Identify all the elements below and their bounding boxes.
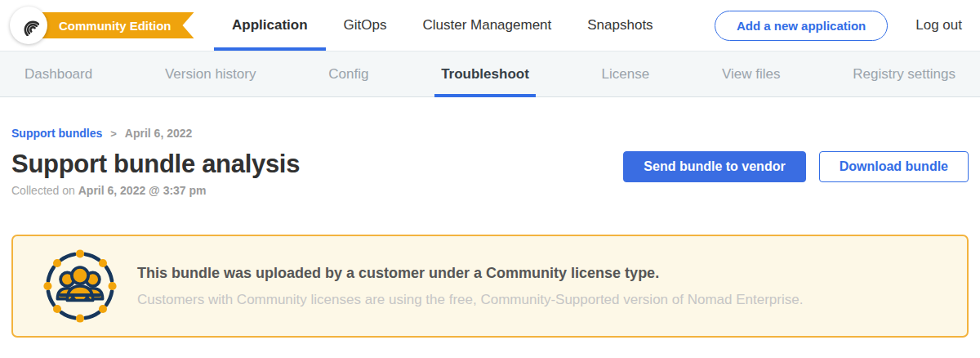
page-title: Support bundle analysis — [11, 150, 300, 179]
subnav-item-troubleshoot[interactable]: Troubleshoot — [438, 51, 532, 96]
brand: Community Edition — [0, 0, 214, 51]
app-subnav: Dashboard Version history Config Trouble… — [0, 51, 980, 97]
primary-nav: Application GitOps Cluster Management Sn… — [214, 0, 671, 51]
replicated-wave-icon — [18, 15, 39, 36]
main-content: Support bundles > April 6, 2022 Support … — [0, 127, 980, 338]
tab-snapshots[interactable]: Snapshots — [569, 0, 670, 51]
subnav-item-view-files[interactable]: View files — [719, 51, 784, 96]
logout-link[interactable]: Log out — [915, 17, 962, 34]
breadcrumb-separator: > — [110, 128, 117, 140]
collected-prefix: Collected on — [11, 184, 75, 197]
subnav-item-registry-settings[interactable]: Registry settings — [849, 51, 959, 96]
title-row: Support bundle analysis Collected on Apr… — [11, 150, 969, 197]
community-edition-badge: Community Edition — [29, 12, 194, 38]
subnav-item-dashboard[interactable]: Dashboard — [21, 51, 96, 96]
notice-text: This bundle was uploaded by a customer u… — [137, 265, 803, 308]
breadcrumb-current: April 6, 2022 — [125, 127, 193, 140]
breadcrumb-support-bundles-link[interactable]: Support bundles — [11, 127, 102, 140]
collected-timestamp: April 6, 2022 @ 3:37 pm — [78, 184, 207, 197]
notice-heading: This bundle was uploaded by a customer u… — [137, 265, 803, 282]
bundle-actions: Send bundle to vendor Download bundle — [623, 151, 969, 182]
subnav-item-version-history[interactable]: Version history — [162, 51, 260, 96]
collected-on-text: Collected on April 6, 2022 @ 3:37 pm — [11, 184, 300, 197]
send-bundle-to-vendor-button[interactable]: Send bundle to vendor — [623, 151, 805, 182]
download-bundle-button[interactable]: Download bundle — [819, 151, 969, 182]
tab-gitops[interactable]: GitOps — [326, 0, 405, 51]
subnav-item-config[interactable]: Config — [325, 51, 372, 96]
title-block: Support bundle analysis Collected on Apr… — [11, 150, 300, 197]
community-license-notice: This bundle was uploaded by a customer u… — [11, 235, 969, 338]
notice-body: Customers with Community licenses are us… — [137, 292, 803, 308]
tab-application[interactable]: Application — [214, 0, 326, 51]
header-right: Add a new application Log out — [671, 0, 980, 51]
add-application-button[interactable]: Add a new application — [715, 11, 888, 41]
subnav-item-license[interactable]: License — [599, 51, 653, 96]
breadcrumb: Support bundles > April 6, 2022 — [11, 127, 969, 140]
community-edition-label: Community Edition — [59, 19, 172, 33]
top-header: Community Edition Application GitOps Clu… — [0, 0, 980, 51]
tab-cluster-management[interactable]: Cluster Management — [404, 0, 569, 51]
replicated-logo — [10, 7, 47, 44]
community-people-icon — [42, 248, 118, 324]
